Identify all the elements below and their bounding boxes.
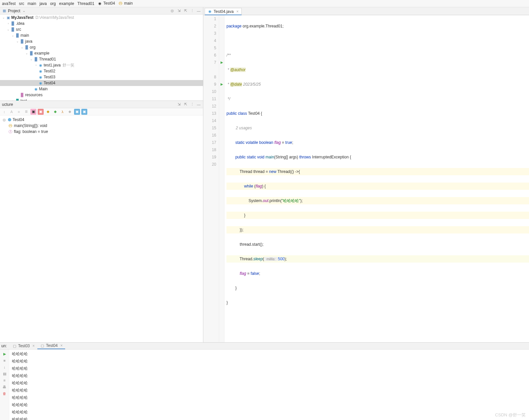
target-icon: ◎	[2, 117, 7, 122]
bc-1[interactable]: src	[19, 1, 24, 6]
class-dot-icon	[8, 118, 11, 121]
project-tree[interactable]: ⌄▣MyJavaTestD:\Alearn\MyJavaTest ›▉.idea…	[0, 15, 203, 101]
java-file-icon: ◉	[38, 63, 43, 67]
filter-blue-icon[interactable]: ▣	[74, 109, 80, 115]
expand-icon[interactable]: ⇱	[183, 102, 188, 107]
project-panel-header: ▦ Project ⌄ ◎ ⇲ ⇱ ⋮ —	[0, 7, 203, 15]
breadcrumb: avaTest src main java org example Thread…	[0, 0, 529, 7]
filter-red-icon[interactable]: ▣	[38, 109, 44, 115]
rerun-icon[interactable]: ▶	[2, 352, 7, 356]
list2-icon[interactable]: ≣	[23, 109, 29, 115]
bc-5[interactable]: example	[59, 1, 74, 6]
filter-yellow-icon[interactable]: ◆	[45, 109, 51, 115]
down-icon[interactable]: ↓	[2, 365, 7, 369]
run-line-icon[interactable]: ▶	[219, 81, 224, 88]
class-icon: ◉	[34, 87, 38, 91]
bc-0[interactable]: avaTest	[2, 1, 16, 6]
folder-icon: ▉	[11, 27, 15, 32]
bc-3[interactable]: java	[39, 1, 47, 6]
close-icon[interactable]: ×	[60, 343, 62, 348]
class-icon: ◉	[38, 69, 43, 73]
close-icon[interactable]: ×	[236, 9, 239, 14]
run-panel: un: ▢Test03× ▢Test04× ▶ ■ ↓ ▤ ≡ 🖶 🗑 哈哈哈哈…	[0, 342, 529, 420]
structure-toolbar: ↕ A ≡ ≣ ▣ ▣ ◆ ◆ λ ◆ ▣ ▣	[0, 108, 203, 115]
hide-icon[interactable]: —	[196, 9, 201, 13]
hide-icon[interactable]: —	[196, 102, 201, 107]
expand-icon[interactable]: ⇱	[183, 9, 188, 13]
lambda-icon[interactable]: λ	[60, 109, 65, 115]
list-icon[interactable]: ≡	[16, 109, 22, 115]
structure-panel: ucture ⇲ ⇱ ⋮ — ↕ A ≡ ≣ ▣ ▣ ◆ ◆ λ ◆ ▣	[0, 101, 203, 342]
structure-method[interactable]: ⓜmain(String[]): void	[2, 123, 201, 129]
structure-field[interactable]: ⓕflag: boolean = true	[2, 129, 201, 135]
module-icon: ▣	[6, 15, 11, 20]
project-title: Project	[8, 9, 20, 13]
run-label: un:	[1, 344, 7, 348]
tab-test04[interactable]: ◉ Test04.java ×	[205, 8, 242, 15]
structure-class[interactable]: ◎Test04	[2, 117, 201, 123]
project-icon: ▦	[2, 9, 7, 13]
bc-8[interactable]: main	[124, 1, 133, 6]
sort-icon[interactable]: ↕	[1, 109, 7, 115]
class-icon: ◉	[208, 9, 212, 14]
console-output[interactable]: 哈哈哈哈哈哈哈哈哈哈哈哈哈哈哈哈哈哈哈哈哈哈哈哈哈哈哈哈哈哈哈哈哈哈哈哈哈哈哈哈…	[9, 350, 529, 420]
collapse-icon[interactable]: ⇲	[177, 102, 181, 107]
bc-2[interactable]: main	[27, 1, 36, 6]
line-gutter: 1234567891011121314151617181920	[203, 15, 219, 342]
class-icon: ◉	[98, 1, 102, 6]
folder-icon: ▉	[34, 57, 38, 62]
bc-6[interactable]: Thread01	[77, 1, 94, 6]
filter-gray-icon[interactable]: ◆	[67, 109, 73, 115]
app-icon: ▢	[40, 343, 45, 348]
class-icon: ◉	[38, 75, 43, 79]
run-toolbar: ▶ ■ ↓ ▤ ≡ 🖶 🗑	[0, 350, 9, 420]
filter-blue2-icon[interactable]: ▣	[81, 109, 87, 115]
run-tab-test04[interactable]: ▢Test04×	[37, 343, 65, 349]
close-icon[interactable]: ×	[32, 344, 35, 348]
filter-icon[interactable]: ≡	[2, 378, 7, 383]
resources-icon: ▉	[20, 93, 24, 97]
folder-icon: ▉	[29, 51, 34, 56]
folder-icon: ▉	[15, 33, 20, 38]
code-body[interactable]: package org.example.Thread01; /** * @aut…	[224, 15, 529, 342]
filter-green-icon[interactable]: ◆	[52, 109, 58, 115]
more-icon[interactable]: ⋮	[190, 9, 194, 13]
tree-selected: ◉Test04	[0, 80, 203, 86]
watermark: CSDN @舒一笑	[495, 412, 526, 418]
target-icon[interactable]: ◎	[170, 9, 175, 13]
method-icon: ⓜ	[8, 123, 13, 128]
method-icon: ⓜ	[118, 1, 123, 6]
run-tab-test03[interactable]: ▢Test03×	[10, 343, 37, 349]
trash-icon[interactable]: 🗑	[2, 391, 7, 396]
code-editor[interactable]: 1234567891011121314151617181920 ▶ ▶ pack…	[203, 15, 529, 342]
run-gutter: ▶ ▶	[219, 15, 224, 342]
filter-pink-icon[interactable]: ▣	[30, 109, 36, 115]
chevron-down-icon[interactable]: ⌄	[21, 9, 26, 13]
folder-icon: ▉	[11, 21, 15, 26]
editor-tabs: ◉ Test04.java ×	[203, 7, 529, 15]
print-icon[interactable]: 🖶	[2, 385, 7, 389]
bc-4[interactable]: org	[50, 1, 56, 6]
sort-alpha-icon[interactable]: A	[9, 109, 15, 115]
stop-icon[interactable]: ■	[2, 358, 7, 363]
folder-icon: ▉	[20, 39, 24, 44]
layout-icon[interactable]: ▤	[2, 371, 7, 376]
app-icon: ▢	[12, 344, 17, 348]
class-icon: ◉	[38, 81, 43, 85]
structure-title: ucture	[2, 102, 13, 107]
folder-icon: ▉	[24, 45, 29, 50]
more-icon[interactable]: ⋮	[190, 102, 194, 107]
bc-7[interactable]: Test04	[103, 1, 115, 6]
field-icon: ⓕ	[8, 129, 13, 134]
run-line-icon[interactable]: ▶	[219, 59, 224, 66]
collapse-icon[interactable]: ⇲	[177, 9, 181, 13]
